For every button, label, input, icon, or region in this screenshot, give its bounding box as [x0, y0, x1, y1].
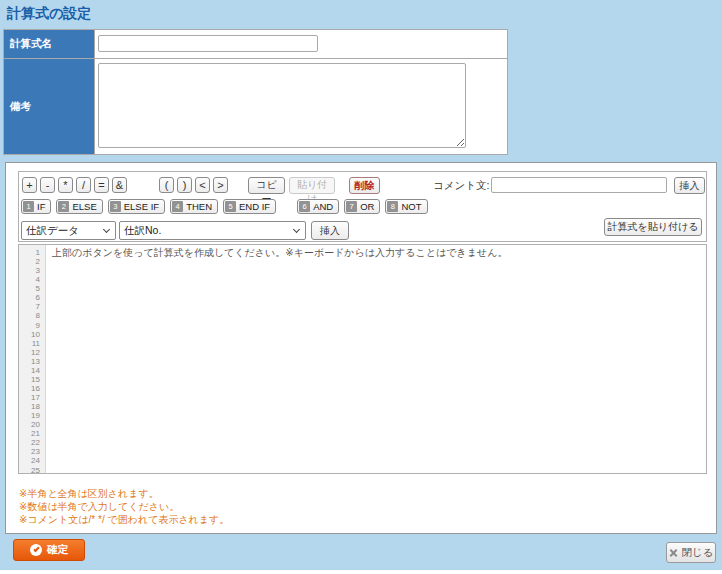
bracket-button[interactable]: )	[177, 177, 192, 193]
chevron-down-icon	[103, 225, 110, 232]
line-number: 2	[19, 257, 40, 266]
operator-button[interactable]: +	[22, 177, 37, 193]
editor-placeholder-text: 上部のボタンを使って計算式を作成してください。※キーボードからは入力することはで…	[46, 245, 706, 473]
line-number: 16	[19, 384, 40, 393]
operators-group: +-*/=&	[22, 177, 127, 193]
line-number-gutter: 1234567891011121314151617181920212223242…	[19, 245, 46, 473]
operator-button[interactable]: *	[58, 177, 73, 193]
line-number: 13	[19, 357, 40, 366]
keyword-label: OR	[360, 201, 374, 212]
line-number: 8	[19, 311, 40, 320]
data-category-select[interactable]: 仕訳データ	[21, 221, 116, 240]
formula-editor-panel: +-*/=& ()<> コピー 貼り付け 削除 コメント文: 挿入 1IF2EL…	[5, 162, 717, 534]
bracket-button[interactable]: >	[213, 177, 228, 193]
check-icon	[30, 544, 42, 556]
delete-button[interactable]: 削除	[349, 177, 380, 194]
line-number: 20	[19, 420, 40, 429]
line-number: 4	[19, 275, 40, 284]
field-insert-button[interactable]: 挿入	[311, 221, 349, 240]
paste-formula-button[interactable]: 計算式を貼り付ける	[604, 218, 702, 236]
footnote-line: ※半角と全角は区別されます。	[19, 487, 229, 500]
line-number: 5	[19, 284, 40, 293]
line-number: 10	[19, 330, 40, 339]
data-field-select-value: 仕訳No.	[124, 224, 161, 238]
keyword-button-or[interactable]: 7OR	[344, 199, 380, 214]
close-icon	[669, 548, 678, 557]
confirm-button[interactable]: 確定	[13, 539, 85, 561]
keyword-label: IF	[37, 201, 45, 212]
comment-insert-button[interactable]: 挿入	[674, 177, 705, 194]
keyword-number-badge: 3	[110, 201, 121, 212]
line-number: 6	[19, 293, 40, 302]
keyword-label: END IF	[239, 201, 270, 212]
keyword-number-badge: 6	[299, 201, 310, 212]
keyword-label: AND	[313, 201, 333, 212]
remarks-label: 備考	[4, 59, 94, 154]
dialog-background: 計算式の設定 計算式名 備考 +-*/=& ()<> コピー 貼り付け 削除 コ…	[0, 0, 722, 570]
field-insert-row: 仕訳データ 仕訳No. 挿入	[21, 221, 349, 240]
close-button[interactable]: 閉じる	[666, 542, 716, 563]
data-category-select-value: 仕訳データ	[26, 224, 79, 238]
close-button-label: 閉じる	[682, 546, 714, 560]
line-number: 9	[19, 321, 40, 330]
keyword-button-not[interactable]: 8NOT	[385, 199, 427, 214]
toolbar: +-*/=& ()<> コピー 貼り付け 削除 コメント文: 挿入 1IF2EL…	[18, 171, 707, 242]
remarks-cell	[95, 59, 507, 154]
keyword-button-and[interactable]: 6AND	[297, 199, 339, 214]
keyword-buttons-row: 1IF2ELSE3ELSE IF4THEN5END IF6AND7OR8NOT	[21, 199, 428, 214]
line-number: 14	[19, 366, 40, 375]
keyword-label: THEN	[186, 201, 212, 212]
page-title: 計算式の設定	[7, 5, 91, 23]
operator-button[interactable]: -	[40, 177, 55, 193]
comment-text-label: コメント文:	[433, 179, 489, 193]
confirm-button-label: 確定	[47, 543, 68, 557]
line-number: 19	[19, 411, 40, 420]
data-field-select[interactable]: 仕訳No.	[119, 221, 306, 240]
brackets-group: ()<>	[159, 177, 228, 193]
operator-button[interactable]: &	[112, 177, 127, 193]
comment-text-input[interactable]	[491, 177, 667, 193]
formula-name-cell	[95, 30, 507, 58]
keyword-button-else-if[interactable]: 3ELSE IF	[108, 199, 165, 214]
line-number: 1	[19, 248, 40, 257]
keyword-label: ELSE	[72, 201, 96, 212]
footnote-line: ※コメント文は/* */ で囲われて表示されます。	[19, 513, 229, 526]
line-number: 11	[19, 339, 40, 348]
line-number: 21	[19, 429, 40, 438]
line-number: 25	[19, 466, 40, 474]
bracket-button[interactable]: (	[159, 177, 174, 193]
chevron-down-icon	[293, 225, 300, 232]
line-number: 22	[19, 438, 40, 447]
line-number: 17	[19, 393, 40, 402]
keyword-number-badge: 1	[23, 201, 34, 212]
keyword-button-else[interactable]: 2ELSE	[56, 199, 102, 214]
keyword-label: ELSE IF	[124, 201, 159, 212]
keyword-button-if[interactable]: 1IF	[21, 199, 51, 214]
keyword-number-badge: 5	[225, 201, 236, 212]
paste-button: 貼り付け	[289, 177, 335, 194]
bracket-button[interactable]: <	[195, 177, 210, 193]
formula-editor[interactable]: 1234567891011121314151617181920212223242…	[18, 244, 707, 474]
keyword-number-badge: 4	[172, 201, 183, 212]
line-number: 7	[19, 302, 40, 311]
keyword-button-then[interactable]: 4THEN	[170, 199, 218, 214]
operator-button[interactable]: =	[94, 177, 109, 193]
remarks-textarea[interactable]	[98, 63, 466, 148]
footnotes: ※半角と全角は区別されます。※数値は半角で入力してください。※コメント文は/* …	[19, 487, 229, 526]
formula-name-label: 計算式名	[4, 30, 94, 58]
line-number: 23	[19, 447, 40, 456]
keyword-number-badge: 8	[387, 201, 398, 212]
keyword-label: NOT	[401, 201, 421, 212]
line-number: 3	[19, 266, 40, 275]
keyword-button-end-if[interactable]: 5END IF	[223, 199, 276, 214]
keyword-number-badge: 2	[58, 201, 69, 212]
keyword-number-badge: 7	[346, 201, 357, 212]
formula-name-input[interactable]	[98, 35, 318, 52]
line-number: 24	[19, 456, 40, 465]
form-table: 計算式名 備考	[3, 29, 508, 155]
line-number: 15	[19, 375, 40, 384]
line-number: 12	[19, 348, 40, 357]
operator-button[interactable]: /	[76, 177, 91, 193]
copy-button[interactable]: コピー	[248, 177, 285, 194]
line-number: 18	[19, 402, 40, 411]
